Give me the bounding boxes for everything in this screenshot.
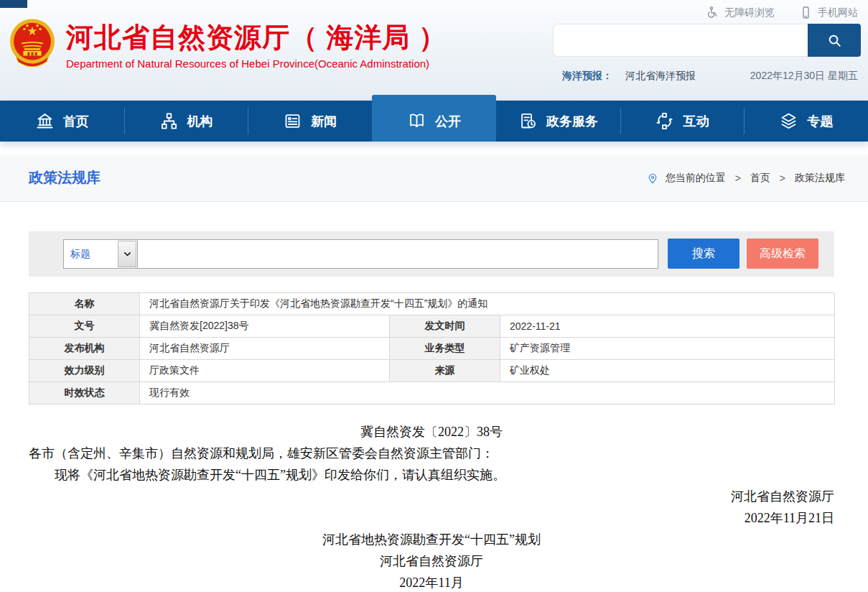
mobile-site-label: 手机网站	[818, 6, 858, 19]
breadcrumb-home-link[interactable]: 首页	[750, 172, 770, 185]
table-label: 业务类型	[390, 338, 500, 360]
table-label: 来源	[390, 360, 500, 382]
nav-label: 首页	[63, 113, 89, 130]
nav-item-services[interactable]: 政务服务	[496, 101, 620, 142]
news-icon	[283, 111, 302, 131]
main-nav: 首页 机构 新闻 公开 政务服务	[0, 101, 868, 142]
site-subtitle: Department of Natural Resources of Hebei…	[66, 57, 447, 70]
nav-label: 互动	[683, 113, 709, 130]
nav-item-interaction[interactable]: 互动	[620, 101, 745, 142]
ocean-forecast-bar: 海洋预报： 河北省海洋预报 2022年12月30日 星期五	[562, 70, 858, 83]
site-header: 河北省自然资源厅（ 海洋局 ） Department of Natural Re…	[0, 0, 868, 101]
table-value: 冀自然资发[2022]38号	[140, 315, 390, 338]
table-value-title: 河北省自然资源厅关于印发《河北省地热资源勘查开发“十四五”规划》的通知	[140, 293, 835, 315]
nav-label: 新闻	[311, 113, 337, 130]
document-meta-table: 名称 河北省自然资源厅关于印发《河北省地热资源勘查开发“十四五”规划》的通知 文…	[29, 292, 834, 404]
phone-icon	[799, 6, 813, 19]
wheelchair-icon	[706, 6, 719, 19]
table-value: 厅政策文件	[140, 360, 390, 382]
nav-label: 公开	[435, 113, 461, 130]
nav-label: 专题	[807, 113, 833, 130]
nav-item-news[interactable]: 新闻	[248, 101, 372, 142]
accessibility-label: 无障碍浏览	[724, 6, 775, 19]
forecast-label: 海洋预报：	[562, 70, 612, 83]
table-label: 发文时间	[390, 315, 500, 338]
table-value: 河北省自然资源厅	[140, 338, 390, 360]
policy-search-strip: 标题 搜索 高级检索	[29, 231, 834, 277]
table-value: 现行有效	[140, 382, 835, 404]
org-icon	[159, 111, 179, 131]
nav-item-org[interactable]: 机构	[124, 101, 248, 142]
breadcrumb-current[interactable]: 政策法规库	[795, 172, 845, 185]
breadcrumb-separator: >	[780, 172, 785, 184]
doc-sign-date-line: 2022年11月21日	[29, 507, 834, 529]
brand-home-link[interactable]: 河北省自然资源厅（ 海洋局 ） Department of Natural Re…	[6, 16, 447, 73]
page-title: 政策法规库	[29, 168, 101, 188]
field-select-value: 标题	[64, 248, 90, 261]
home-icon	[35, 111, 55, 131]
policy-search-input[interactable]	[138, 240, 658, 268]
nav-item-topics[interactable]: 专题	[744, 101, 868, 142]
chevron-down-icon	[118, 241, 136, 267]
location-pin-icon	[646, 172, 659, 185]
field-select[interactable]: 标题	[64, 240, 138, 268]
search-icon	[826, 32, 843, 49]
header-search-button[interactable]	[808, 24, 861, 57]
search-combo: 标题	[63, 239, 658, 269]
header-search	[553, 24, 861, 57]
table-label: 名称	[29, 293, 140, 315]
interact-icon	[655, 111, 674, 131]
site-title: 河北省自然资源厅（ 海洋局 ）	[66, 22, 447, 53]
header-search-input[interactable]	[553, 24, 808, 57]
location-label: 您当前的位置	[666, 172, 726, 185]
breadcrumb-separator: >	[735, 172, 741, 184]
table-value: 2022-11-21	[500, 315, 835, 338]
current-date: 2022年12月30日 星期五	[750, 70, 858, 83]
doc-number-line: 冀自然资发〔2022〕38号	[29, 421, 834, 443]
breadcrumb-bar: 政策法规库 您当前的位置 > 首页 > 政策法规库	[0, 154, 868, 202]
forecast-link[interactable]: 河北省海洋预报	[625, 70, 696, 83]
national-emblem-icon	[6, 16, 59, 73]
doc-plan-date-line: 2022年11月	[29, 572, 834, 592]
doc-plan-title-line: 河北省地热资源勘查开发“十四五”规划	[29, 529, 834, 550]
table-value: 矿业权处	[500, 360, 835, 382]
table-label: 发布机构	[29, 338, 140, 360]
breadcrumb: 您当前的位置 > 首页 > 政策法规库	[646, 172, 845, 185]
document-body: 冀自然资发〔2022〕38号 各市（含定州、辛集市）自然资源和规划局，雄安新区管…	[29, 417, 834, 592]
doc-signature-line: 河北省自然资源厅	[29, 486, 834, 507]
accessibility-link[interactable]: 无障碍浏览	[706, 6, 775, 19]
doc-addressee-line: 各市（含定州、辛集市）自然资源和规划局，雄安新区管委会自然资源主管部门：	[29, 443, 834, 464]
service-icon	[518, 111, 538, 131]
nav-item-home[interactable]: 首页	[0, 101, 124, 142]
table-label: 效力级别	[29, 360, 140, 382]
nav-label: 机构	[187, 113, 213, 130]
doc-plan-author-line: 河北省自然资源厅	[29, 550, 834, 572]
doc-intro-line: 现将《河北省地热资源勘查开发“十四五”规划》印发给你们，请认真组织实施。	[29, 464, 834, 486]
advanced-search-button[interactable]: 高级检索	[747, 239, 818, 269]
nav-item-disclosure[interactable]: 公开	[372, 95, 496, 142]
topics-icon	[779, 111, 798, 131]
mobile-site-link[interactable]: 手机网站	[799, 6, 858, 19]
table-label: 时效状态	[29, 382, 140, 404]
nav-label: 政务服务	[546, 113, 598, 130]
search-button[interactable]: 搜索	[668, 239, 739, 269]
corner-strip	[0, 0, 27, 8]
table-label: 文号	[29, 315, 140, 338]
open-book-icon	[407, 111, 426, 131]
header-quick-links: 无障碍浏览 手机网站	[706, 6, 858, 19]
table-value: 矿产资源管理	[500, 338, 835, 360]
